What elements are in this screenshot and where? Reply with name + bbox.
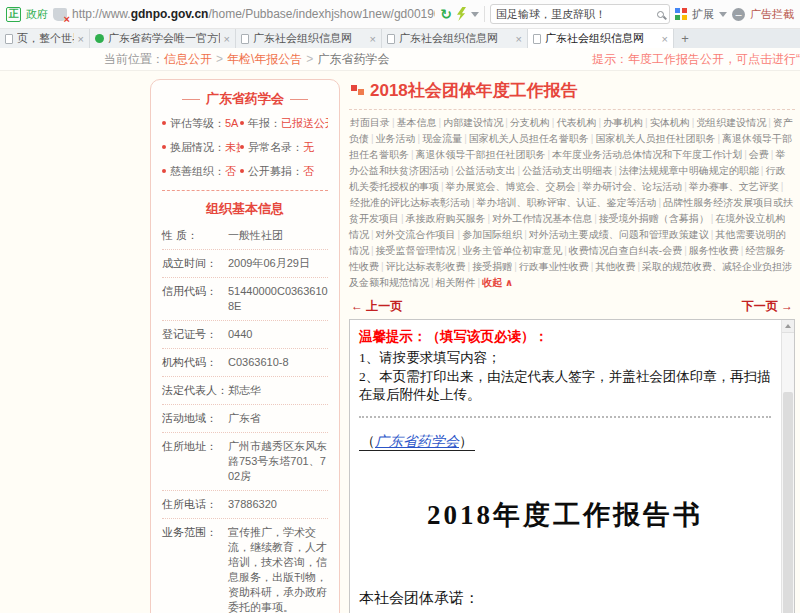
- browser-tab[interactable]: 广东社会组织信息网×: [236, 29, 382, 48]
- search-input[interactable]: [496, 8, 653, 20]
- report-nav-link[interactable]: 封面目录: [350, 117, 390, 128]
- info-value: 一般性社团: [228, 228, 328, 243]
- org-status-item: 异常名录：无: [240, 140, 328, 155]
- status-label: 评估等级：: [170, 117, 225, 129]
- report-nav-link[interactable]: 举办赛事、文艺评奖: [689, 181, 779, 192]
- breadcrumb-link[interactable]: 信息公开: [164, 52, 212, 66]
- warm-tip-item: 2、本页需打印出来，由法定代表人签字，并盖社会团体印章，再扫描在最后附件处上传。: [359, 368, 771, 404]
- info-value: 郑志华: [228, 383, 328, 398]
- report-nav-link[interactable]: 经批准的评比达标表彰活动: [350, 197, 470, 208]
- report-nav-link[interactable]: 相关附件: [436, 277, 476, 288]
- report-nav-link[interactable]: 收费情况自查自纠表-会费: [569, 245, 682, 256]
- extensions-chevron-icon[interactable]: [719, 12, 727, 17]
- extensions-icon[interactable]: [675, 8, 687, 20]
- report-nav-link[interactable]: 参加国际组织: [462, 229, 522, 240]
- report-nav-link[interactable]: 本年度业务活动总体情况和下年度工作计划: [552, 149, 742, 160]
- report-nav-link[interactable]: 其他收费: [595, 261, 635, 272]
- close-icon[interactable]: ×: [662, 33, 668, 45]
- close-icon[interactable]: ×: [224, 33, 230, 45]
- link-separator: |: [659, 197, 662, 208]
- report-nav-link[interactable]: 评比达标表彰收费: [386, 261, 466, 272]
- search-box[interactable]: [490, 4, 670, 24]
- report-nav-link[interactable]: 公益活动支出明细表: [522, 165, 612, 176]
- report-nav-link[interactable]: 国家机关人员担任名誉职务: [469, 133, 589, 144]
- report-nav-link[interactable]: 对外交流合作项目: [376, 229, 456, 240]
- close-icon[interactable]: ×: [78, 33, 84, 45]
- tab-label: 广东社会组织信息网: [545, 31, 658, 46]
- report-nav-link[interactable]: 国家机关人员担任社团职务: [595, 133, 715, 144]
- scroll-up-button[interactable]: [782, 320, 794, 333]
- info-value: 51440000C03636108E: [228, 284, 328, 314]
- report-nav-link[interactable]: 举办展览会、博览会、交易会: [446, 181, 576, 192]
- promise-label: 本社会团体承诺：: [359, 589, 771, 608]
- report-nav-link[interactable]: 离退休领导干部担任社团职务: [416, 149, 546, 160]
- report-nav-link[interactable]: 举办培训、职称评审、认证、鉴定等活动: [477, 197, 657, 208]
- report-nav-link[interactable]: 公益活动支出: [456, 165, 516, 176]
- browser-tab[interactable]: 广东社会组织信息网×: [382, 29, 528, 48]
- report-nav-link[interactable]: 内部建设情况: [443, 117, 503, 128]
- link-separator: |: [451, 165, 454, 176]
- tab-strip: 页，整个世界×广东省药学会唯一官方网站×广东社会组织信息网×广东社会组织信息网×…: [0, 29, 800, 48]
- report-nav-link[interactable]: 实体机构: [650, 117, 690, 128]
- close-icon[interactable]: ×: [370, 33, 376, 45]
- url-scheme: http://www.: [72, 7, 131, 21]
- adblock-label[interactable]: 广告拦截: [750, 7, 794, 22]
- report-nav-link[interactable]: 接受捐赠: [472, 261, 512, 272]
- report-nav-link[interactable]: 基本信息: [397, 117, 437, 128]
- close-icon[interactable]: ×: [516, 33, 522, 45]
- org-info-row: 性 质：一般性社团: [162, 222, 328, 250]
- report-nav-link[interactable]: 行政事业性收费: [519, 261, 589, 272]
- browser-tab[interactable]: 广东社会组织信息网×: [528, 29, 674, 48]
- status-value: 已报送公开: [281, 117, 328, 129]
- report-nav-link[interactable]: 法律法规规章中明确规定的职能: [619, 165, 759, 176]
- link-separator: |: [598, 117, 601, 128]
- org-info-row: 住所地址：广州市越秀区东风东路753号东塔701、702房: [162, 433, 328, 491]
- url-field[interactable]: http://www.gdnpo.gov.cn/home/Pubbase/ind…: [72, 7, 435, 21]
- report-nav-link[interactable]: 会费: [749, 149, 769, 160]
- report-nav-link[interactable]: 分支机构: [510, 117, 550, 128]
- link-separator: |: [472, 197, 475, 208]
- speed-mode-icon[interactable]: [457, 7, 466, 21]
- status-label: 年报：: [248, 117, 281, 129]
- scrollbar-thumb[interactable]: [783, 392, 793, 613]
- report-nav-link[interactable]: 代表机构: [556, 117, 596, 128]
- browser-tab[interactable]: 页，整个世界×: [0, 29, 90, 48]
- title-squares-icon: [351, 84, 364, 98]
- report-nav-link[interactable]: 接受境外捐赠（含募捐）: [599, 213, 709, 224]
- prev-page-button[interactable]: ← 上一页: [351, 298, 402, 315]
- report-nav-link[interactable]: 服务性收费: [689, 245, 739, 256]
- address-bar: 正 政府 http://www.gdnpo.gov.cn/home/Pubbas…: [0, 0, 800, 29]
- report-nav-link[interactable]: 业务主管单位初审意见: [462, 245, 562, 256]
- breadcrumb-separator: >: [306, 52, 313, 66]
- report-nav-link[interactable]: 承接政府购买服务: [406, 213, 486, 224]
- org-card: 广东省药学会 评估等级：5A年报：已报送公开换届情况：未换异常名录：无慈善组织：…: [150, 79, 340, 613]
- report-nav-link[interactable]: 举办研讨会、论坛活动: [582, 181, 682, 192]
- info-value: 广州市越秀区东风东路753号东塔701、702房: [228, 439, 328, 484]
- search-icon[interactable]: [657, 11, 664, 18]
- adblock-icon[interactable]: –: [732, 8, 745, 21]
- chevron-down-icon[interactable]: [471, 12, 479, 17]
- breadcrumb-link[interactable]: 年检\年报公告: [227, 52, 302, 66]
- next-page-button[interactable]: 下一页 →: [742, 298, 793, 315]
- report-nav-link[interactable]: 党组织建设情况: [696, 117, 766, 128]
- divider: [162, 190, 328, 191]
- report-nav-link[interactable]: 业务活动: [376, 133, 416, 144]
- report-nav-link[interactable]: 对外活动主要成绩、问题和管理政策建议: [529, 229, 709, 240]
- browser-tab[interactable]: 广东省药学会唯一官方网站×: [90, 29, 236, 48]
- extensions-label[interactable]: 扩展: [692, 7, 714, 22]
- link-separator: |: [564, 245, 567, 256]
- report-scrollbar[interactable]: [781, 320, 794, 613]
- new-tab-button[interactable]: +: [674, 29, 696, 48]
- org-link[interactable]: 广东省药学会: [375, 434, 459, 449]
- report-nav-link[interactable]: 对外工作情况基本信息: [492, 213, 592, 224]
- report-nav-link[interactable]: 现金流量: [422, 133, 462, 144]
- report-nav-link[interactable]: 接受监督管理情况: [376, 245, 456, 256]
- insecure-cert-icon[interactable]: [53, 8, 67, 21]
- report-nav-link[interactable]: 办事机构: [603, 117, 643, 128]
- link-separator: |: [439, 117, 442, 128]
- refresh-icon[interactable]: ↻: [440, 6, 452, 22]
- bullet-icon: [162, 169, 166, 173]
- collapse-button[interactable]: 收起 ∧: [482, 277, 513, 288]
- info-value: 2009年06月29日: [228, 256, 328, 271]
- divider: [349, 109, 795, 110]
